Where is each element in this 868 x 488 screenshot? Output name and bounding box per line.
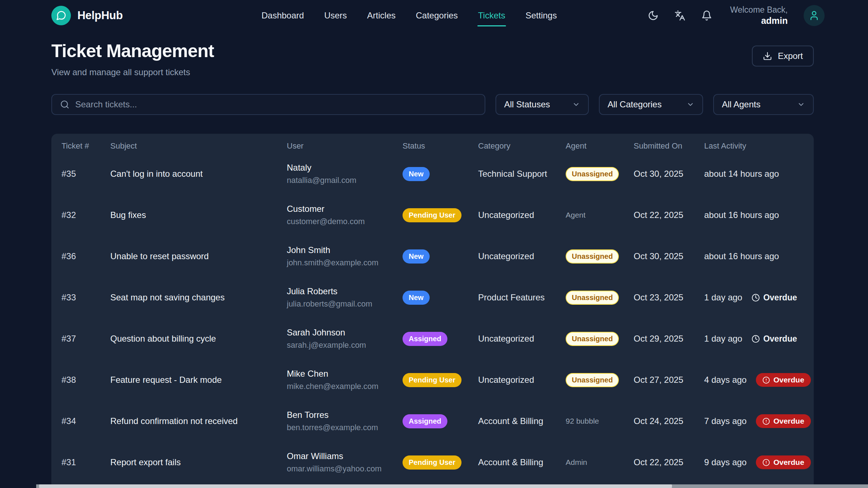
nav-item-categories[interactable]: Categories (415, 8, 459, 23)
overdue-label: Overdue (763, 334, 797, 344)
table-row[interactable]: #37 Question about billing cycle Sarah J… (51, 318, 814, 359)
ticket-subject: Bug fixes (110, 210, 287, 220)
agent-unassigned-badge: Unassigned (566, 291, 619, 305)
top-navbar: HelpHub Dashboard Users Articles Categor… (0, 0, 868, 31)
ticket-category: Technical Support (478, 169, 566, 179)
user-email: sarah.j@example.com (287, 341, 403, 350)
tickets-table: Ticket # Subject User Status Category Ag… (51, 134, 814, 488)
nav-item-tickets[interactable]: Tickets (477, 8, 506, 23)
brand: HelpHub (51, 6, 171, 25)
last-activity-cell: 9 days ago Overdue (704, 455, 811, 469)
scrollbar-thumb[interactable] (39, 484, 672, 488)
brand-name: HelpHub (77, 9, 123, 22)
last-activity-time: about 16 hours ago (704, 251, 779, 261)
last-activity-time: about 16 hours ago (704, 210, 779, 220)
table-row[interactable]: #32 Bug fixes Customer customer@demo.com… (51, 194, 814, 236)
export-button[interactable]: Export (752, 46, 814, 67)
user-name: Mike Chen (287, 369, 403, 379)
status-filter-dropdown[interactable]: All Statuses (495, 94, 589, 115)
user-avatar[interactable] (804, 5, 825, 26)
alert-circle-icon (762, 376, 770, 384)
nav-item-dashboard[interactable]: Dashboard (261, 8, 305, 23)
ticket-number: #32 (61, 210, 110, 220)
table-row[interactable]: #31 Report export fails Omar Williams om… (51, 442, 814, 483)
user-email: customer@demo.com (287, 217, 403, 226)
ticket-status-cell: Pending User (403, 455, 478, 470)
overdue-label: Overdue (773, 458, 804, 467)
ticket-number: #37 (61, 334, 110, 344)
table-row[interactable]: #35 Can't log in into account Nataly nat… (51, 153, 814, 194)
main-content: Ticket Management View and manage all su… (0, 40, 868, 488)
clock-icon (752, 335, 760, 343)
language-icon[interactable] (675, 10, 685, 21)
overdue-label: Overdue (773, 376, 804, 384)
table-body: #35 Can't log in into account Nataly nat… (51, 153, 814, 483)
agent-name: Admin (566, 458, 587, 466)
ticket-category: Uncategorized (478, 210, 566, 220)
last-activity-time: 9 days ago (704, 457, 746, 467)
search-icon (60, 100, 69, 109)
agent-name: Agent (566, 211, 586, 219)
ticket-category: Account & Billing (478, 416, 566, 426)
agent-unassigned-badge: Unassigned (566, 373, 619, 387)
welcome-text: Welcome Back, admin (730, 5, 788, 26)
table-row[interactable]: #36 Unable to reset password John Smith … (51, 236, 814, 277)
ticket-agent-cell: Unassigned (566, 167, 634, 181)
table-row[interactable]: #38 Feature request - Dark mode Mike Che… (51, 359, 814, 401)
nav-item-articles[interactable]: Articles (366, 8, 396, 23)
submitted-date: Oct 27, 2025 (634, 375, 704, 385)
last-activity-time: 4 days ago (704, 375, 746, 385)
submitted-date: Oct 29, 2025 (634, 334, 704, 344)
status-badge: Pending User (403, 373, 461, 387)
chevron-down-icon (686, 100, 694, 108)
ticket-user: Mike Chen mike.chen@example.com (287, 369, 403, 391)
last-activity-time: 1 day ago (704, 292, 742, 303)
submitted-date: Oct 22, 2025 (634, 457, 704, 467)
ticket-subject: Feature request - Dark mode (110, 375, 287, 385)
agent-filter-label: All Agents (722, 99, 761, 110)
table-header-row: Ticket # Subject User Status Category Ag… (51, 134, 814, 153)
agent-unassigned-badge: Unassigned (566, 332, 619, 346)
last-activity-time: about 14 hours ago (704, 169, 779, 179)
helphub-logo-icon (51, 6, 71, 25)
ticket-subject: Question about billing cycle (110, 334, 287, 344)
user-name: John Smith (287, 245, 403, 255)
dark-mode-toggle-icon[interactable] (648, 10, 659, 21)
search-input[interactable] (75, 99, 477, 110)
overdue-label: Overdue (773, 417, 804, 425)
ticket-category: Product Features (478, 292, 566, 303)
category-filter-dropdown[interactable]: All Categories (599, 94, 703, 115)
alert-circle-icon (762, 459, 770, 466)
ticket-user: John Smith john.smith@example.com (287, 245, 403, 267)
clock-icon (752, 294, 760, 302)
submitted-date: Oct 30, 2025 (634, 169, 704, 179)
user-name: Omar Williams (287, 451, 403, 461)
nav-item-settings[interactable]: Settings (525, 8, 558, 23)
nav-right: Welcome Back, admin (648, 5, 825, 26)
notifications-bell-icon[interactable] (701, 10, 712, 21)
ticket-subject: Report export fails (110, 457, 287, 467)
ticket-agent-cell: Admin (566, 458, 634, 467)
search-box (51, 94, 485, 115)
page-subtitle: View and manage all support tickets (51, 67, 214, 77)
submitted-date: Oct 30, 2025 (634, 251, 704, 261)
ticket-agent-cell: Unassigned (566, 291, 634, 305)
agent-name: 92 bubble (566, 417, 599, 425)
status-badge: New (403, 249, 430, 264)
ticket-agent-cell: Unassigned (566, 249, 634, 264)
user-email: natallia@gmail.com (287, 176, 403, 185)
status-badge: New (403, 291, 430, 305)
nav-item-users[interactable]: Users (323, 8, 348, 23)
table-row[interactable]: #34 Refund confirmation not received Ben… (51, 401, 814, 442)
ticket-agent-cell: Unassigned (566, 373, 634, 387)
download-icon (763, 51, 772, 61)
ticket-status-cell: Assigned (403, 414, 478, 428)
table-row[interactable]: #33 Seat map not saving changes Julia Ro… (51, 277, 814, 318)
overdue-badge: Overdue (756, 373, 810, 387)
ticket-status-cell: Assigned (403, 332, 478, 346)
col-header-category: Category (478, 141, 566, 151)
ticket-user: Sarah Johnson sarah.j@example.com (287, 328, 403, 350)
agent-filter-dropdown[interactable]: All Agents (713, 94, 814, 115)
horizontal-scrollbar[interactable] (36, 484, 868, 488)
chevron-down-icon (797, 100, 805, 108)
